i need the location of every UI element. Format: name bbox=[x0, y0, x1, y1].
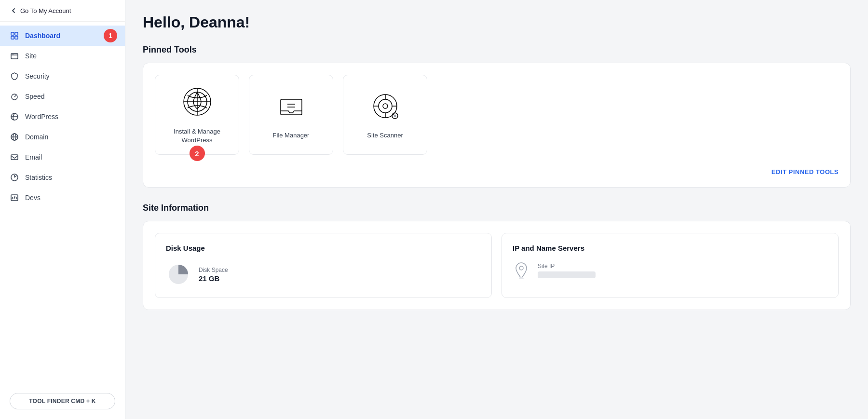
tool-badge-2: 2 bbox=[190, 146, 205, 161]
arrow-left-icon bbox=[10, 7, 17, 14]
site-scanner-tool-icon bbox=[369, 90, 402, 124]
sidebar-item-wordpress[interactable]: WordPress bbox=[0, 107, 125, 127]
svg-rect-3 bbox=[15, 36, 18, 39]
tool-finder-button[interactable]: TOOL FINDER CMD + K bbox=[10, 393, 115, 409]
wordpress-tool-label: Install & Manage WordPress bbox=[174, 127, 220, 145]
ip-row: Site IP bbox=[513, 262, 827, 279]
sidebar-item-speed[interactable]: Speed bbox=[0, 86, 125, 107]
edit-pinned-tools-link[interactable]: EDIT PINNED TOOLS bbox=[772, 168, 839, 176]
ip-servers-title: IP and Name Servers bbox=[513, 244, 827, 252]
wordpress-tool-icon bbox=[180, 85, 214, 121]
site-info-title: Site Information bbox=[143, 203, 851, 213]
site-info-card: Disk Usage Disk Space 21 GB IP a bbox=[143, 221, 851, 310]
tool-card-wordpress[interactable]: Install & Manage WordPress 2 bbox=[155, 75, 239, 155]
sidebar-item-statistics[interactable]: Statistics bbox=[0, 167, 125, 188]
go-to-my-account-button[interactable]: Go To My Account bbox=[0, 0, 125, 22]
sidebar-item-email[interactable]: Email bbox=[0, 147, 125, 167]
site-info-grid: Disk Usage Disk Space 21 GB IP a bbox=[155, 233, 839, 298]
pinned-tools-grid: Install & Manage WordPress 2 File Manage… bbox=[155, 75, 839, 155]
sidebar-item-domain[interactable]: Domain bbox=[0, 127, 125, 147]
pinned-tools-title: Pinned Tools bbox=[143, 45, 851, 55]
sidebar-item-site[interactable]: Site bbox=[0, 46, 125, 66]
main-content: Hello, Deanna! Pinned Tools Ins bbox=[125, 0, 868, 419]
speed-icon bbox=[10, 92, 19, 101]
disk-pie-chart bbox=[166, 262, 191, 287]
pinned-tools-card: Install & Manage WordPress 2 File Manage… bbox=[143, 63, 851, 188]
svg-point-21 bbox=[393, 115, 396, 117]
site-ip-label: Site IP bbox=[538, 263, 596, 270]
site-label: Site bbox=[25, 52, 37, 60]
disk-info: Disk Space 21 GB bbox=[199, 267, 228, 283]
disk-usage-card: Disk Usage Disk Space 21 GB bbox=[155, 233, 492, 298]
svg-point-19 bbox=[383, 104, 388, 108]
sidebar-item-security[interactable]: Security bbox=[0, 66, 125, 86]
security-icon bbox=[10, 71, 19, 81]
svg-point-18 bbox=[379, 99, 392, 113]
disk-usage-row: Disk Space 21 GB bbox=[166, 262, 481, 287]
svg-point-6 bbox=[13, 54, 14, 54]
devs-icon bbox=[10, 193, 19, 203]
back-label: Go To My Account bbox=[20, 7, 71, 14]
tool-finder-label: TOOL FINDER CMD + K bbox=[29, 398, 95, 405]
disk-space-value: 21 GB bbox=[199, 274, 228, 283]
dashboard-icon bbox=[10, 31, 19, 41]
domain-label: Domain bbox=[25, 133, 48, 141]
file-manager-label: File Manager bbox=[273, 131, 310, 140]
statistics-icon bbox=[10, 173, 19, 182]
tool-card-file-manager[interactable]: File Manager bbox=[249, 75, 333, 155]
sidebar-nav: Dashboard 1 Site Security bbox=[0, 22, 125, 385]
ip-info: Site IP bbox=[538, 263, 596, 278]
svg-rect-1 bbox=[15, 32, 18, 35]
dashboard-label: Dashboard bbox=[25, 32, 60, 40]
svg-rect-0 bbox=[11, 32, 14, 35]
svg-point-23 bbox=[519, 266, 523, 270]
wordpress-label: WordPress bbox=[25, 113, 58, 121]
disk-usage-title: Disk Usage bbox=[166, 244, 481, 252]
svg-rect-2 bbox=[11, 36, 14, 39]
wordpress-icon bbox=[10, 112, 19, 122]
svg-point-5 bbox=[12, 54, 13, 54]
domain-icon bbox=[10, 132, 19, 142]
sidebar-item-dashboard[interactable]: Dashboard 1 bbox=[0, 26, 125, 46]
location-pin-icon bbox=[513, 262, 530, 279]
page-greeting: Hello, Deanna! bbox=[143, 14, 851, 31]
security-label: Security bbox=[25, 72, 50, 80]
speed-label: Speed bbox=[25, 93, 44, 100]
file-manager-tool-icon bbox=[275, 90, 308, 124]
dashboard-badge: 1 bbox=[104, 29, 117, 42]
ip-value-placeholder bbox=[538, 271, 596, 278]
sidebar: Go To My Account Dashboard 1 bbox=[0, 0, 125, 419]
site-icon bbox=[10, 51, 19, 61]
site-scanner-label: Site Scanner bbox=[367, 131, 403, 140]
svg-rect-11 bbox=[11, 155, 18, 160]
disk-space-label: Disk Space bbox=[199, 267, 228, 273]
ip-servers-card: IP and Name Servers Site IP bbox=[502, 233, 839, 298]
svg-point-24 bbox=[519, 277, 524, 279]
sidebar-item-devs[interactable]: Devs bbox=[0, 188, 125, 208]
tool-card-site-scanner[interactable]: Site Scanner bbox=[343, 75, 427, 155]
devs-label: Devs bbox=[25, 194, 41, 202]
email-icon bbox=[10, 152, 19, 162]
email-label: Email bbox=[25, 153, 42, 161]
statistics-label: Statistics bbox=[25, 174, 52, 181]
